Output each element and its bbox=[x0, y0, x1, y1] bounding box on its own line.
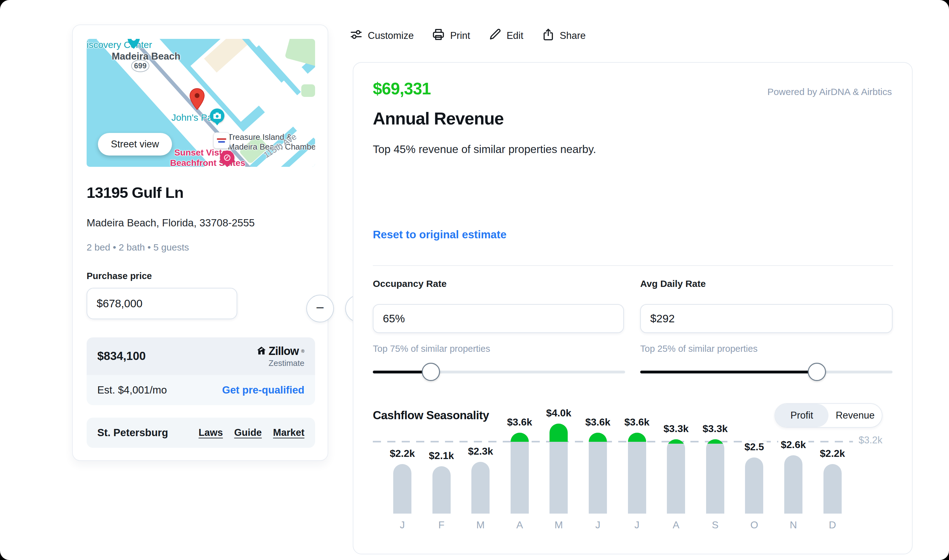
chart-bar-M2 bbox=[471, 462, 489, 514]
zestimate-row: $834,100 Zillow® Zestimate bbox=[86, 337, 315, 375]
chart-bar-A7 bbox=[667, 439, 685, 514]
printer-icon bbox=[432, 28, 445, 43]
powered-by-label: Powered by AirDNA & Airbtics bbox=[767, 86, 892, 97]
sliders-icon bbox=[350, 28, 363, 43]
registered-mark: ® bbox=[301, 349, 304, 354]
hotel-poi-icon bbox=[220, 151, 235, 165]
chart-bar-above-threshold bbox=[706, 439, 724, 444]
slider-fill bbox=[640, 371, 817, 374]
chart-bar-J5 bbox=[589, 433, 607, 514]
map-label-madeira-beach: Madeira Beach bbox=[112, 51, 181, 62]
chart-month-label: J bbox=[384, 519, 421, 531]
teal-pin-icon bbox=[127, 39, 140, 51]
toolbar-customize-button[interactable]: Customize bbox=[350, 28, 414, 43]
slider-thumb[interactable] bbox=[422, 363, 440, 381]
chart-month-label: M bbox=[461, 519, 499, 531]
adr-caption: Top 25% of similar properties bbox=[640, 344, 758, 354]
threshold-label: $3.2k bbox=[859, 435, 883, 446]
reset-estimate-link[interactable]: Reset to original estimate bbox=[373, 228, 506, 241]
chart-bar-S8 bbox=[706, 439, 724, 514]
get-prequalified-link[interactable]: Get pre-qualified bbox=[222, 384, 304, 396]
chart-bar-F1 bbox=[432, 466, 451, 514]
revenue-panel: $69,331 Powered by AirDNA & Airbtics Ann… bbox=[353, 62, 913, 554]
zillow-wordmark: Zillow bbox=[268, 345, 299, 358]
toolbar: CustomizePrintEditShare bbox=[350, 26, 586, 45]
address-title: 13195 Gulf Ln bbox=[86, 184, 183, 201]
toolbar-label: Print bbox=[450, 30, 470, 42]
chart-month-label: A bbox=[657, 519, 695, 531]
avg-daily-rate-label: Avg Daily Rate bbox=[640, 278, 706, 289]
chart-month-label: J bbox=[618, 519, 656, 531]
chart-bar-above-threshold bbox=[511, 433, 529, 442]
toolbar-print-button[interactable]: Print bbox=[432, 28, 470, 43]
market-row: St. Petersburg LawsGuideMarket bbox=[86, 418, 315, 448]
chart-bar-M4 bbox=[549, 424, 568, 514]
chart-month-label: D bbox=[814, 519, 852, 531]
toolbar-edit-button[interactable]: Edit bbox=[488, 28, 523, 43]
map-park bbox=[301, 85, 315, 97]
market-link-market[interactable]: Market bbox=[273, 427, 304, 438]
toolbar-label: Share bbox=[560, 30, 586, 42]
zillow-house-icon bbox=[257, 346, 266, 357]
chart-value-label: $2.3k bbox=[452, 446, 509, 457]
purchase-price-input[interactable] bbox=[86, 288, 237, 319]
camera-poi-icon bbox=[210, 108, 224, 123]
avg-daily-rate-input[interactable] bbox=[640, 304, 892, 333]
chart-value-label: $3.3k bbox=[687, 423, 744, 435]
chart-bar-A3 bbox=[511, 433, 529, 514]
decrease-price-button[interactable]: − bbox=[306, 295, 334, 322]
address-subtitle: Madeira Beach, Florida, 33708-2555 bbox=[86, 217, 255, 229]
chart-bar-O9 bbox=[745, 457, 763, 514]
app-page: iscovery CenterMadeira Beach699John's Pa… bbox=[0, 0, 949, 560]
property-card: iscovery CenterMadeira Beach699John's Pa… bbox=[72, 25, 328, 461]
street-view-button[interactable]: Street view bbox=[98, 133, 172, 155]
chart-bar-above-threshold bbox=[589, 433, 607, 442]
chart-value-label: $2.2k bbox=[804, 448, 861, 459]
toolbar-label: Customize bbox=[368, 30, 414, 42]
route-shield: 699 bbox=[131, 60, 150, 72]
annual-revenue-amount: $69,331 bbox=[373, 79, 431, 98]
cashflow-seasonality-title: Cashflow Seasonality bbox=[373, 409, 489, 422]
market-city: St. Petersburg bbox=[97, 427, 199, 438]
map[interactable]: iscovery CenterMadeira Beach699John's Pa… bbox=[86, 39, 315, 167]
red-pin-icon bbox=[188, 88, 205, 112]
zestimate-price: $834,100 bbox=[97, 349, 146, 363]
mortgage-row: Est. $4,001/mo Get pre-qualified bbox=[86, 375, 315, 405]
chart-month-label: O bbox=[735, 519, 773, 531]
chart-bar-above-threshold bbox=[628, 433, 646, 442]
market-link-guide[interactable]: Guide bbox=[234, 427, 262, 438]
chart-month-label: F bbox=[423, 519, 460, 531]
occupancy-caption: Top 75% of similar properties bbox=[373, 344, 490, 354]
map-label-discovery-center: iscovery Center bbox=[86, 40, 152, 50]
adr-slider[interactable] bbox=[640, 365, 892, 379]
chart-month-label: M bbox=[540, 519, 577, 531]
chart-month-label: N bbox=[775, 519, 812, 531]
occupancy-rate-label: Occupancy Rate bbox=[373, 278, 447, 289]
toolbar-label: Edit bbox=[506, 30, 523, 42]
purchase-price-label: Purchase price bbox=[86, 271, 152, 281]
chart-bar-N10 bbox=[784, 455, 802, 514]
chart-bar-D11 bbox=[824, 464, 842, 514]
annual-revenue-title: Annual Revenue bbox=[373, 108, 504, 129]
zestimate-label: Zestimate bbox=[257, 358, 304, 368]
occupancy-rate-input[interactable] bbox=[373, 304, 624, 333]
property-facts: 2 bed • 2 bath • 5 guests bbox=[86, 242, 189, 253]
divider bbox=[373, 265, 893, 266]
chamber-poi-icon bbox=[213, 132, 230, 149]
mortgage-estimate: Est. $4,001/mo bbox=[97, 384, 167, 396]
chart-bar-J0 bbox=[393, 464, 411, 514]
toolbar-share-button[interactable]: Share bbox=[542, 28, 586, 43]
share-icon bbox=[542, 28, 555, 43]
occupancy-slider[interactable] bbox=[373, 365, 625, 379]
chart-bar-J6 bbox=[628, 433, 646, 514]
market-link-laws[interactable]: Laws bbox=[199, 427, 223, 438]
chart-month-label: A bbox=[501, 519, 539, 531]
pencil-icon bbox=[488, 28, 502, 43]
revenue-subtitle: Top 45% revenue of similar properties ne… bbox=[373, 143, 596, 155]
chart-month-label: S bbox=[696, 519, 734, 531]
chart-month-label: J bbox=[579, 519, 617, 531]
slider-thumb[interactable] bbox=[808, 363, 826, 381]
seasonality-chart: $3.2k$2.2kJ$2.1kF$2.3kM$3.6kA$4.0kM$3.6k… bbox=[373, 423, 893, 555]
chart-bar-above-threshold bbox=[549, 424, 568, 442]
